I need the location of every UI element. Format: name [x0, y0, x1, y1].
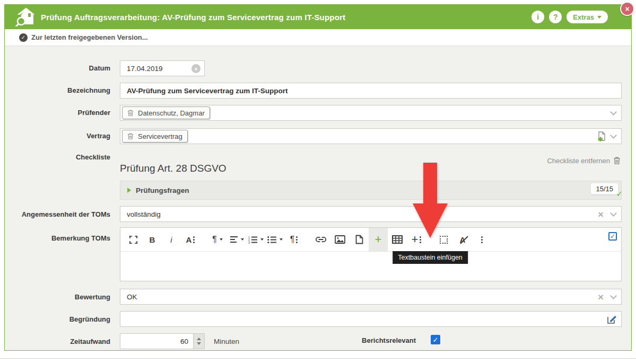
- chevron-down-icon: [260, 238, 264, 241]
- check-icon: ✓: [616, 189, 623, 199]
- bezeichnung-label: Bezeichnung: [5, 86, 110, 94]
- link-icon: [315, 235, 327, 244]
- new-document-icon[interactable]: [596, 131, 607, 141]
- bewertung-label: Bewertung: [5, 293, 110, 301]
- berichtsrelevant-label: Berichtsrelevant: [302, 336, 416, 344]
- progress-badge-value: 15/15: [596, 185, 613, 193]
- chevron-down-icon[interactable]: [610, 132, 617, 139]
- extras-button[interactable]: Extras: [567, 11, 608, 23]
- paragraph-format-button[interactable]: ¶: [208, 228, 227, 251]
- trash-icon[interactable]: [127, 109, 134, 117]
- vertrag-chip[interactable]: Servicevertrag: [122, 130, 188, 143]
- plus-icon: +: [412, 234, 419, 245]
- pruefender-label: Prüfender: [5, 109, 110, 117]
- checkliste-remove-button[interactable]: Checkliste entfernen: [547, 156, 621, 165]
- begruendung-label: Begründung: [5, 315, 110, 323]
- bemerkung-label: Bemerkung TOMs: [5, 234, 110, 242]
- chevron-down-icon: [280, 238, 283, 241]
- angemessenheit-label: Angemessenheit der TOMs: [5, 210, 110, 218]
- bemerkung-editor: B i A ¶ 123 ¶: [120, 227, 622, 281]
- clear-format-icon: A: [460, 235, 466, 244]
- pruefender-chip[interactable]: Datenschutz, Dagmar: [122, 106, 210, 119]
- expand-triangle-icon: [127, 188, 131, 193]
- pruefungsfragen-section[interactable]: Prüfungsfragen 15/15 ✓: [120, 181, 622, 200]
- more-options-button[interactable]: [472, 228, 491, 251]
- berichtsrelevant-checkbox[interactable]: ✓: [431, 335, 440, 344]
- zeitaufwand-label: Zeitaufwand: [5, 338, 110, 345]
- bezeichnung-field: [120, 83, 622, 99]
- bold-button[interactable]: B: [143, 228, 162, 251]
- unordered-list-icon: [267, 236, 277, 244]
- dialog-header: Prüfung Auftragsverarbeitung: AV-Prüfung…: [5, 5, 631, 29]
- bold-icon: B: [150, 235, 155, 244]
- check-circle-icon: ✓: [19, 33, 28, 42]
- pruefung-dialog: Prüfung Auftragsverarbeitung: AV-Prüfung…: [4, 4, 632, 351]
- container-button[interactable]: [434, 228, 453, 251]
- page-divider: [0, 358, 636, 359]
- insert-more-button[interactable]: +: [407, 228, 426, 251]
- bewertung-field: ×: [120, 289, 622, 305]
- version-link[interactable]: Zur letzten freigegebenen Version...: [31, 33, 148, 41]
- dialog-title: Prüfung Auftragsverarbeitung: AV-Prüfung…: [41, 13, 345, 22]
- zeitaufwand-input[interactable]: [120, 334, 204, 349]
- clear-selection-icon[interactable]: ×: [598, 292, 604, 302]
- extras-label: Extras: [573, 13, 594, 21]
- begruendung-input[interactable]: [120, 312, 621, 326]
- chevron-down-icon[interactable]: [610, 109, 617, 116]
- vertrag-field[interactable]: Servicevertrag: [120, 128, 622, 144]
- ordered-list-button[interactable]: 123: [246, 228, 265, 251]
- clear-selection-icon[interactable]: ×: [598, 209, 604, 219]
- editor-content[interactable]: [120, 252, 621, 281]
- chevron-down-icon[interactable]: [610, 292, 617, 299]
- chevron-down-icon: [241, 238, 244, 241]
- pruefender-field[interactable]: Datenschutz, Dagmar: [120, 105, 622, 121]
- trash-icon: [613, 156, 621, 165]
- stepper-down-icon[interactable]: [197, 342, 201, 345]
- angemessenheit-field: ×: [120, 206, 622, 222]
- image-icon: [335, 235, 345, 244]
- vertrag-chip-label: Servicevertrag: [138, 132, 182, 140]
- fullscreen-button[interactable]: [124, 228, 143, 251]
- datum-label: Datum: [5, 64, 110, 72]
- checkliste-label: Checkliste: [5, 153, 110, 161]
- ordered-list-icon: 123: [248, 236, 258, 244]
- edit-icon[interactable]: [606, 314, 617, 325]
- chevron-down-icon[interactable]: [610, 210, 617, 217]
- tooltip: Textbaustein einfügen: [393, 251, 468, 264]
- font-icon: A: [186, 235, 192, 244]
- italic-button[interactable]: i: [162, 228, 181, 251]
- image-button[interactable]: [330, 228, 350, 251]
- editor-toolbar: B i A ¶ 123 ¶: [120, 228, 621, 252]
- clear-format-button[interactable]: A: [453, 228, 472, 251]
- more-dots-icon: [420, 236, 421, 238]
- insert-textblock-button[interactable]: +: [369, 228, 388, 251]
- table-button[interactable]: [388, 228, 407, 251]
- audit-house-icon: [15, 7, 37, 26]
- more-dots-icon: [296, 236, 298, 238]
- stepper-up-icon[interactable]: [197, 338, 201, 340]
- help-button[interactable]: ?: [549, 11, 562, 23]
- trash-icon[interactable]: [127, 132, 134, 140]
- pruefungsfragen-label: Prüfungsfragen: [136, 187, 189, 194]
- info-button[interactable]: i: [532, 11, 544, 23]
- bewertung-input[interactable]: [120, 289, 621, 304]
- zeitaufwand-field: [120, 333, 205, 349]
- paragraph-icon: ¶: [290, 235, 295, 244]
- unordered-list-button[interactable]: [265, 228, 284, 251]
- angemessenheit-input[interactable]: [120, 207, 621, 221]
- page-button[interactable]: [350, 228, 369, 251]
- close-button[interactable]: ×: [620, 2, 634, 16]
- paragraph-more-button[interactable]: ¶: [284, 228, 303, 251]
- editor-checkbox[interactable]: ✓: [608, 232, 617, 241]
- svg-text:3: 3: [248, 241, 250, 244]
- begruendung-field: [120, 311, 622, 327]
- fullscreen-icon: [129, 235, 138, 244]
- clear-date-icon[interactable]: ×: [191, 64, 201, 73]
- link-button[interactable]: [311, 228, 330, 251]
- italic-icon: i: [170, 235, 172, 244]
- bezeichnung-input[interactable]: [120, 83, 621, 98]
- chevron-down-icon: [220, 238, 223, 241]
- align-button[interactable]: [227, 228, 246, 251]
- font-settings-button[interactable]: A: [181, 228, 200, 251]
- number-stepper[interactable]: [193, 334, 204, 349]
